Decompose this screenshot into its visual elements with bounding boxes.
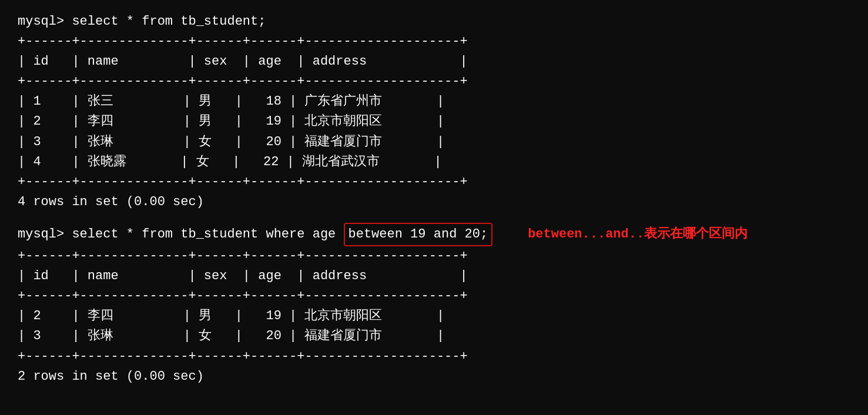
query2-prompt-line: mysql> select * from tb_student where ag… [18, 223, 850, 246]
query1-section: mysql> select * from tb_student; +------… [18, 12, 850, 212]
query1-row-2: | 2 | 李四 | 男 | 19 | 北京市朝阳区 | [18, 112, 850, 132]
query2-comment: between...and..表示在哪个区间内 [528, 225, 748, 244]
query1-row-1: | 1 | 张三 | 男 | 18 | 广东省广州市 | [18, 92, 850, 112]
query2-border-bottom: +------+--------------+------+------+---… [18, 347, 850, 367]
query2-border-mid: +------+--------------+------+------+---… [18, 286, 850, 306]
query1-border-bottom: +------+--------------+------+------+---… [18, 172, 850, 192]
query2-prompt-before: mysql> select * from tb_student where ag… [18, 225, 344, 244]
terminal: mysql> select * from tb_student; +------… [18, 12, 850, 387]
query2-row-2: | 3 | 张琳 | 女 | 20 | 福建省厦门市 | [18, 326, 850, 346]
query1-row-3: | 3 | 张琳 | 女 | 20 | 福建省厦门市 | [18, 132, 850, 152]
query1-border-top: +------+--------------+------+------+---… [18, 32, 850, 52]
query2-highlight: between 19 and 20; [344, 223, 493, 246]
query1-prompt: mysql> select * from tb_student; [18, 12, 850, 32]
query1-result: 4 rows in set (0.00 sec) [18, 192, 850, 212]
query1-border-mid: +------+--------------+------+------+---… [18, 72, 850, 92]
query2-row-1: | 2 | 李四 | 男 | 19 | 北京市朝阳区 | [18, 306, 850, 326]
query2-section: mysql> select * from tb_student where ag… [18, 223, 850, 387]
query2-header: | id | name | sex | age | address | [18, 266, 850, 286]
query2-result: 2 rows in set (0.00 sec) [18, 367, 850, 387]
query1-header: | id | name | sex | age | address | [18, 52, 850, 72]
query1-row-4: | 4 | 张晓露 | 女 | 22 | 湖北省武汉市 | [18, 152, 850, 172]
query2-border-top: +------+--------------+------+------+---… [18, 246, 850, 266]
